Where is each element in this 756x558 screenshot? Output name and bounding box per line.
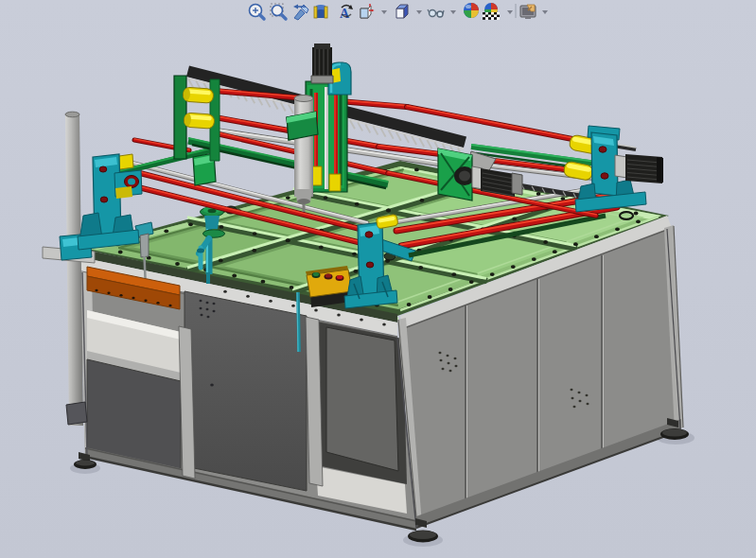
- svg-text:A: A: [340, 7, 350, 21]
